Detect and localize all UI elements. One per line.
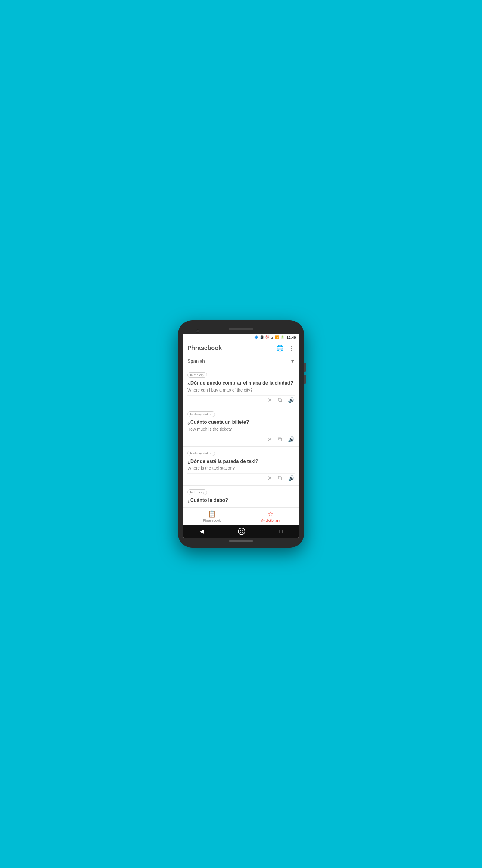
phone-camera (196, 330, 199, 333)
phrase-spanish-2: ¿Dónde está la parada de taxi? (187, 458, 295, 465)
phone-device: 🔷 📳 ⏰ ▲ 📶 🔋 11:45 Phrasebook 🌐 ⋮ Spanish… (178, 320, 304, 548)
category-badge-2: Railway station (187, 451, 215, 456)
phrase-item-1: Railway station ¿Cuánto cuesta un billet… (183, 407, 299, 447)
bottom-nav: 📋 Phrasebook ☆ My dictionary (183, 507, 299, 525)
vibrate-icon: 📳 (260, 336, 264, 339)
alarm-icon: ⏰ (265, 336, 269, 339)
status-bar: 🔷 📳 ⏰ ▲ 📶 🔋 11:45 (183, 334, 299, 341)
phone-speaker (229, 328, 253, 330)
android-nav-bar: ◀ ○ □ (183, 525, 299, 538)
category-badge-0: In the city (187, 372, 207, 378)
dictionary-nav-icon: ☆ (267, 510, 273, 518)
bluetooth-icon: 🔷 (254, 336, 258, 339)
wifi-icon: ▲ (270, 336, 274, 339)
home-button[interactable]: ○ (238, 528, 245, 535)
phrase-item-2: Railway station ¿Dónde está la parada de… (183, 447, 299, 486)
speaker-icon-0[interactable]: 🔊 (288, 397, 295, 404)
phone-screen: 🔷 📳 ⏰ ▲ 📶 🔋 11:45 Phrasebook 🌐 ⋮ Spanish… (183, 334, 299, 538)
status-time: 11:45 (287, 336, 296, 340)
phrase-list: In the city ¿Dónde puedo comprar el mapa… (183, 368, 299, 507)
globe-icon[interactable]: 🌐 (276, 344, 284, 352)
phrasebook-nav-icon: 📋 (208, 510, 216, 518)
phrase-actions-1: ✕ ⧉ 🔊 (187, 435, 295, 444)
phrase-english-2: Where is the taxi station? (187, 466, 295, 470)
phrase-spanish-3: ¿Cuánto le debo? (187, 497, 295, 504)
battery-icon: 🔋 (281, 336, 285, 339)
copy-icon-0[interactable]: ⧉ (278, 397, 282, 404)
language-selector[interactable]: Spanish ▼ (183, 355, 299, 368)
delete-icon-0[interactable]: ✕ (267, 397, 272, 404)
dropdown-arrow-icon: ▼ (290, 359, 295, 364)
speaker-icon-2[interactable]: 🔊 (288, 475, 295, 482)
volume-button-top[interactable] (304, 363, 306, 372)
dictionary-nav-label: My dictionary (261, 519, 280, 522)
phrase-spanish-0: ¿Dónde puedo comprar el mapa de la ciuda… (187, 380, 295, 386)
category-badge-3: In the city (187, 490, 207, 495)
phrase-item-0: In the city ¿Dónde puedo comprar el mapa… (183, 368, 299, 407)
speaker-icon-1[interactable]: 🔊 (288, 436, 295, 443)
phrase-actions-2: ✕ ⧉ 🔊 (187, 473, 295, 483)
nav-phrasebook[interactable]: 📋 Phrasebook (183, 508, 241, 525)
delete-icon-1[interactable]: ✕ (267, 436, 272, 443)
phrase-english-0: Where can I buy a map of the city? (187, 388, 295, 393)
status-icons: 🔷 📳 ⏰ ▲ 📶 🔋 (254, 336, 285, 339)
phrase-actions-0: ✕ ⧉ 🔊 (187, 396, 295, 405)
back-button[interactable]: ◀ (200, 528, 204, 535)
copy-icon-1[interactable]: ⧉ (278, 436, 282, 443)
language-selected: Spanish (187, 359, 205, 364)
recent-button[interactable]: □ (279, 528, 283, 535)
nav-my-dictionary[interactable]: ☆ My dictionary (241, 508, 299, 525)
phrasebook-nav-label: Phrasebook (203, 519, 221, 522)
phrase-english-1: How much is the ticket? (187, 427, 295, 432)
copy-icon-2[interactable]: ⧉ (278, 475, 282, 482)
phone-bottom-bar (229, 540, 253, 541)
category-badge-1: Railway station (187, 411, 215, 417)
delete-icon-2[interactable]: ✕ (267, 475, 272, 482)
volume-button-mid[interactable] (304, 375, 306, 384)
app-bar-icons: 🌐 ⋮ (276, 344, 295, 352)
app-bar: Phrasebook 🌐 ⋮ (183, 341, 299, 355)
phrase-item-3: In the city ¿Cuánto le debo? (183, 486, 299, 507)
phrase-spanish-1: ¿Cuánto cuesta un billete? (187, 419, 295, 426)
menu-icon[interactable]: ⋮ (289, 344, 295, 352)
app-title: Phrasebook (187, 344, 222, 351)
signal-icon: 📶 (275, 336, 279, 339)
